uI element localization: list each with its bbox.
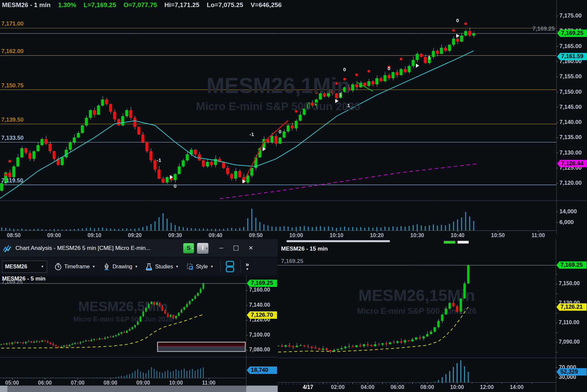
layout-panels-icon[interactable] [225, 261, 235, 273]
panel-drag-handle[interactable] [286, 240, 390, 242]
toolbar-separator [240, 260, 241, 273]
drawing-menu[interactable]: Drawing ▼ [103, 263, 138, 270]
window-titlebar[interactable]: Chart Analysis - MESM26 5 min [CME] Micr… [0, 239, 278, 257]
open-value: O=7,077.75 [123, 1, 157, 9]
studies-menu[interactable]: Studies ▼ [145, 263, 179, 270]
change-percent: 1.30% [58, 1, 76, 9]
chart-toolbar: MESM26 ▼ Timeframe ▼ Drawin [0, 257, 278, 276]
pen-icon [103, 263, 110, 270]
br-chart-canvas[interactable] [278, 239, 587, 392]
top-chart-panel: MESM26,1Min Micro E-mini S&P 500 Jun 202… [0, 0, 587, 239]
trading-platform-screen: MESM26,1Min Micro E-mini S&P 500 Jun 202… [0, 0, 587, 392]
caret-down-icon: ▾ [192, 247, 193, 250]
interval-i-button[interactable]: I ▾ [197, 243, 208, 254]
caret-down-icon: ▾ [206, 247, 207, 250]
caret-down-icon: ▼ [175, 265, 179, 268]
maximize-button[interactable]: ☐ [229, 244, 243, 252]
style-frame-icon [186, 263, 194, 270]
app-logo-icon [3, 244, 11, 253]
caret-down-icon: ▼ [134, 265, 138, 268]
caret-down-icon: ▼ [41, 265, 44, 268]
top-chart-header: MESM26 - 1 min 1.30% L=7,169.25 O=7,077.… [2, 1, 282, 9]
low-value: Lo=7,075.25 [207, 1, 243, 9]
caret-down-icon: ▼ [92, 265, 95, 268]
toolbar-separator [220, 260, 221, 273]
minimize-button[interactable]: ─ [214, 245, 229, 252]
last-value: L=7,169.25 [84, 1, 116, 9]
white-status-block [458, 241, 469, 244]
toolbar-overflow-button[interactable]: » ▾ [245, 262, 249, 271]
symbol-dropdown[interactable]: MESM26 ▼ [2, 261, 47, 273]
high-value: Hi=7,171.25 [164, 1, 199, 9]
green-status-block [444, 241, 455, 244]
clock-icon [54, 263, 62, 270]
flask-icon [145, 263, 153, 270]
volume-value: V=646,256 [250, 1, 281, 9]
bl-chart-canvas[interactable] [0, 275, 278, 392]
window-title: Chart Analysis - MESM26 5 min [CME] Micr… [15, 245, 180, 252]
top-chart-canvas[interactable] [0, 0, 587, 239]
last-price-text: 7,169.25 [527, 26, 555, 32]
symbol-s-button[interactable]: S ▾ [183, 243, 194, 253]
symbol-timeframe: MESM26 - 1 min [2, 1, 51, 9]
close-button[interactable]: ✕ [243, 245, 258, 252]
caret-down-icon: ▼ [210, 265, 213, 268]
style-menu[interactable]: Style ▼ [186, 263, 213, 270]
timeframe-menu[interactable]: Timeframe ▼ [54, 263, 95, 270]
